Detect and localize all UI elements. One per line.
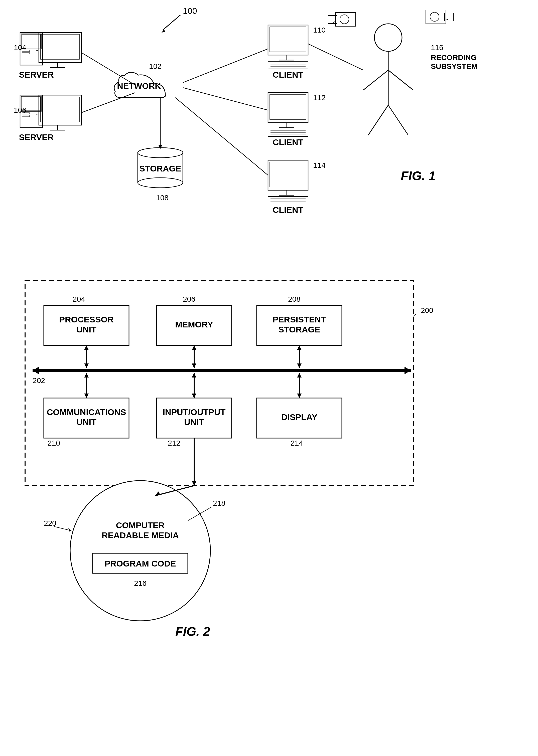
svg-text:PROGRAM CODE: PROGRAM CODE bbox=[104, 559, 176, 568]
svg-rect-6 bbox=[22, 53, 29, 54]
svg-rect-9 bbox=[40, 34, 80, 59]
svg-text:CLIENT: CLIENT bbox=[273, 137, 303, 147]
svg-rect-41 bbox=[270, 27, 306, 52]
svg-marker-112 bbox=[84, 364, 89, 368]
svg-marker-132 bbox=[84, 393, 89, 398]
svg-text:116: 116 bbox=[431, 43, 443, 52]
svg-rect-22 bbox=[40, 97, 80, 122]
svg-rect-40 bbox=[268, 25, 308, 55]
svg-rect-82 bbox=[336, 13, 356, 26]
svg-marker-138 bbox=[297, 393, 301, 398]
svg-line-94 bbox=[414, 314, 416, 317]
svg-text:108: 108 bbox=[156, 193, 169, 202]
svg-point-141 bbox=[70, 480, 210, 621]
svg-text:104: 104 bbox=[14, 43, 26, 52]
svg-text:SUBSYSTEM: SUBSYSTEM bbox=[431, 62, 478, 70]
svg-marker-111 bbox=[84, 345, 89, 350]
svg-marker-140 bbox=[192, 481, 196, 486]
svg-rect-51 bbox=[270, 94, 306, 120]
svg-text:212: 212 bbox=[168, 439, 180, 447]
svg-text:218: 218 bbox=[213, 499, 225, 507]
svg-text:102: 102 bbox=[149, 62, 162, 70]
svg-point-7 bbox=[36, 50, 38, 52]
svg-text:INPUT/OUTPUT: INPUT/OUTPUT bbox=[163, 407, 225, 417]
svg-line-0 bbox=[163, 15, 180, 30]
svg-marker-118 bbox=[297, 364, 301, 368]
svg-text:204: 204 bbox=[73, 295, 85, 303]
svg-rect-19 bbox=[22, 115, 29, 117]
svg-marker-131 bbox=[84, 373, 89, 378]
svg-line-76 bbox=[388, 70, 413, 90]
svg-marker-108 bbox=[404, 367, 411, 374]
fig1-ref100: 100 bbox=[183, 6, 197, 16]
svg-text:112: 112 bbox=[313, 93, 326, 102]
svg-line-78 bbox=[388, 105, 408, 135]
svg-marker-137 bbox=[297, 373, 301, 378]
svg-text:200: 200 bbox=[421, 306, 433, 314]
svg-line-37 bbox=[81, 93, 135, 113]
page: 100 104 SERVER 1 bbox=[0, 0, 538, 756]
svg-text:STORAGE: STORAGE bbox=[278, 325, 320, 334]
svg-rect-60 bbox=[268, 160, 308, 190]
svg-text:114: 114 bbox=[313, 161, 326, 169]
svg-rect-8 bbox=[39, 32, 81, 63]
svg-line-85 bbox=[333, 21, 336, 23]
svg-line-36 bbox=[81, 53, 135, 85]
svg-text:COMPUTER: COMPUTER bbox=[116, 521, 165, 530]
svg-text:PROCESSOR: PROCESSOR bbox=[59, 315, 113, 324]
svg-text:110: 110 bbox=[313, 26, 326, 34]
svg-marker-115 bbox=[192, 364, 196, 368]
svg-rect-61 bbox=[270, 162, 306, 187]
svg-text:DISPLAY: DISPLAY bbox=[281, 412, 318, 422]
svg-marker-135 bbox=[192, 393, 196, 398]
svg-point-33 bbox=[138, 148, 183, 158]
svg-marker-114 bbox=[192, 345, 196, 350]
svg-marker-134 bbox=[192, 373, 196, 378]
svg-text:CLIENT: CLIENT bbox=[273, 70, 303, 79]
svg-rect-86 bbox=[426, 10, 446, 24]
svg-text:PERSISTENT: PERSISTENT bbox=[273, 315, 326, 324]
svg-text:FIG. 2: FIG. 2 bbox=[175, 625, 210, 638]
svg-point-32 bbox=[138, 178, 183, 188]
svg-text:206: 206 bbox=[183, 295, 195, 303]
svg-text:210: 210 bbox=[48, 439, 60, 447]
svg-line-75 bbox=[363, 70, 388, 90]
svg-text:SERVER: SERVER bbox=[19, 132, 54, 142]
svg-text:COMMUNICATIONS: COMMUNICATIONS bbox=[47, 407, 126, 417]
svg-rect-21 bbox=[39, 95, 81, 125]
svg-text:UNIT: UNIT bbox=[77, 325, 96, 334]
svg-text:216: 216 bbox=[134, 579, 146, 587]
svg-text:MEMORY: MEMORY bbox=[175, 320, 213, 329]
svg-marker-117 bbox=[297, 345, 301, 350]
svg-text:CLIENT: CLIENT bbox=[273, 205, 303, 215]
svg-point-84 bbox=[340, 15, 349, 24]
svg-text:UNIT: UNIT bbox=[184, 417, 204, 427]
svg-line-145 bbox=[54, 527, 71, 531]
svg-text:UNIT: UNIT bbox=[77, 417, 96, 427]
svg-rect-64 bbox=[268, 196, 308, 204]
svg-text:FIG. 1: FIG. 1 bbox=[401, 169, 436, 183]
svg-rect-44 bbox=[268, 61, 308, 69]
svg-text:RECORDING: RECORDING bbox=[431, 53, 477, 62]
svg-point-88 bbox=[430, 12, 439, 21]
svg-line-71 bbox=[183, 88, 268, 110]
svg-point-20 bbox=[36, 113, 38, 115]
svg-text:208: 208 bbox=[288, 295, 300, 303]
svg-text:READABLE MEDIA: READABLE MEDIA bbox=[102, 530, 179, 540]
svg-line-89 bbox=[446, 19, 448, 20]
svg-line-90 bbox=[308, 44, 363, 70]
svg-text:214: 214 bbox=[291, 439, 303, 447]
svg-point-73 bbox=[374, 24, 402, 51]
svg-line-70 bbox=[183, 49, 268, 82]
svg-text:SERVER: SERVER bbox=[19, 70, 54, 79]
svg-text:STORAGE: STORAGE bbox=[139, 164, 181, 173]
svg-line-77 bbox=[368, 105, 388, 135]
fig2-diagram: 200 PROCESSOR UNIT 204 MEMORY 206 PERSIS… bbox=[0, 255, 538, 756]
fig1-diagram: 100 104 SERVER 1 bbox=[0, 0, 538, 255]
svg-line-72 bbox=[175, 98, 268, 175]
svg-rect-54 bbox=[268, 129, 308, 136]
svg-text:202: 202 bbox=[32, 376, 45, 384]
svg-text:NETWORK: NETWORK bbox=[117, 81, 161, 91]
svg-text:106: 106 bbox=[14, 106, 26, 114]
svg-rect-50 bbox=[268, 93, 308, 123]
